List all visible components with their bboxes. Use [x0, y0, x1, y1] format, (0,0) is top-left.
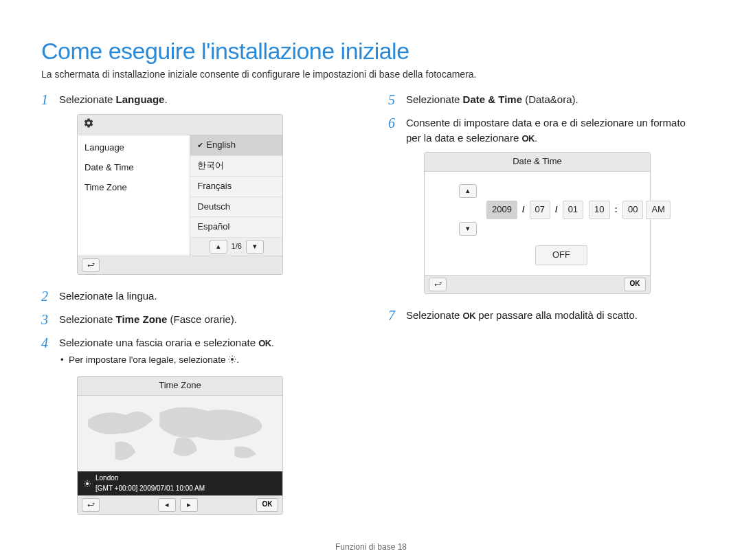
- year-cell[interactable]: 2009: [486, 201, 517, 219]
- minute-cell[interactable]: 00: [622, 201, 643, 219]
- step-2: 2 Selezionate la lingua.: [41, 289, 354, 304]
- svg-line-17: [85, 485, 86, 486]
- step-3: 3 Selezionate Time Zone (Fasce orarie).: [41, 312, 354, 327]
- step-number: 7: [388, 306, 395, 326]
- language-option-spanish[interactable]: Español: [190, 217, 282, 238]
- menu-item-timezone[interactable]: Time Zone: [78, 178, 190, 198]
- page-subtitle: La schermata di installazione iniziale c…: [41, 69, 701, 80]
- day-cell[interactable]: 01: [563, 201, 583, 219]
- ok-text: OK: [463, 311, 476, 321]
- ok-button[interactable]: OK: [256, 498, 278, 512]
- datetime-screen: Date & Time ▴ ▴: [424, 152, 651, 294]
- step-1: 1 Selezionate Language. Language D: [41, 92, 354, 275]
- language-option-label: English: [206, 139, 236, 152]
- step-number: 5: [388, 90, 395, 110]
- footer-label: Funzioni di base: [335, 542, 398, 552]
- svg-line-18: [89, 481, 90, 482]
- timezone-screen: Time Zone: [77, 376, 283, 515]
- world-map[interactable]: [78, 396, 282, 471]
- step-6: 6 Consente di impostare data e ora e di …: [388, 115, 701, 294]
- page-indicator: 1/6: [232, 241, 242, 252]
- format-off-button[interactable]: OFF: [535, 245, 587, 265]
- date-sep: /: [553, 203, 560, 216]
- language-screen: Language Date & Time Time Zone ✔ English…: [77, 114, 283, 276]
- step-bold: Time Zone: [116, 313, 168, 325]
- back-button[interactable]: ⮐: [82, 498, 100, 512]
- time-sep: :: [613, 203, 620, 216]
- svg-point-10: [86, 482, 89, 485]
- svg-point-0: [231, 358, 234, 361]
- step-text: .: [271, 337, 274, 348]
- value-up-button[interactable]: ▴: [459, 184, 477, 198]
- step-text: Selezionate: [59, 93, 116, 105]
- step-number: 1: [41, 90, 48, 110]
- step-text: Consente di impostare data e ora e di se…: [406, 117, 686, 144]
- step-text: (Fasce orarie).: [167, 313, 237, 325]
- left-column: 1 Selezionate Language. Language D: [41, 92, 354, 528]
- ok-text: OK: [521, 133, 535, 144]
- step-text: .: [164, 93, 167, 105]
- back-button[interactable]: ⮐: [82, 258, 100, 272]
- gear-icon: [83, 117, 94, 132]
- language-list: ✔ English 한국어 Français Deutsch Español ▴…: [190, 135, 282, 256]
- month-cell[interactable]: 07: [530, 201, 550, 219]
- back-button[interactable]: ⮐: [429, 278, 447, 291]
- language-option-korean[interactable]: 한국어: [190, 156, 282, 177]
- hour-cell[interactable]: 10: [589, 201, 609, 219]
- page-footer: Funzioni di base 18: [41, 528, 701, 552]
- svg-line-8: [234, 357, 235, 357]
- language-option-german[interactable]: Deutsch: [190, 197, 282, 218]
- step-number: 3: [41, 310, 48, 330]
- sub-text: Per impostare l'ora legale, selezionate: [69, 355, 228, 365]
- ok-text: OK: [258, 338, 271, 348]
- step-number: 4: [41, 333, 48, 353]
- svg-line-5: [229, 357, 230, 357]
- step-number: 2: [41, 287, 48, 306]
- tz-city: London: [95, 474, 118, 482]
- right-column: 5 Selezionate Date & Time (Data&ora). 6 …: [388, 92, 701, 528]
- step-text: (Data&ora).: [522, 93, 578, 105]
- step-bold: Date & Time: [463, 93, 522, 105]
- ok-button[interactable]: OK: [624, 278, 646, 291]
- footer-page-number: 18: [398, 542, 407, 552]
- svg-line-15: [85, 481, 86, 482]
- ampm-cell[interactable]: AM: [646, 201, 671, 219]
- step-7: 7 Selezionate OK per passare alla modali…: [388, 308, 701, 323]
- step-text: Selezionate: [406, 309, 463, 321]
- next-button[interactable]: ▸: [180, 498, 198, 512]
- step-4: 4 Selezionate una fascia oraria e selezi…: [41, 335, 354, 515]
- dst-icon[interactable]: [83, 480, 91, 488]
- language-option-english[interactable]: ✔ English: [190, 135, 282, 156]
- settings-menu: Language Date & Time Time Zone: [78, 135, 190, 256]
- prev-button[interactable]: ◂: [158, 498, 176, 512]
- step-4-sub: Per impostare l'ora legale, selezionate …: [69, 353, 354, 367]
- step-number: 6: [388, 113, 395, 133]
- step-text: .: [535, 132, 537, 144]
- menu-item-language[interactable]: Language: [78, 138, 190, 158]
- svg-line-6: [234, 361, 235, 361]
- svg-line-16: [89, 485, 90, 486]
- page-up-button[interactable]: ▴: [210, 240, 227, 254]
- screen-title: Time Zone: [83, 379, 277, 392]
- check-icon: ✔: [197, 140, 203, 151]
- step-text: Selezionate: [59, 313, 116, 325]
- page-title: Come eseguire l'installazione iniziale: [41, 38, 701, 65]
- svg-line-7: [229, 361, 230, 361]
- step-text: Selezionate una fascia oraria e selezion…: [59, 337, 258, 348]
- step-bold: Language: [116, 93, 165, 105]
- menu-item-datetime[interactable]: Date & Time: [78, 158, 190, 178]
- page-down-button[interactable]: ▾: [246, 240, 264, 254]
- value-down-button[interactable]: ▾: [459, 222, 477, 236]
- step-5: 5 Selezionate Date & Time (Data&ora).: [388, 92, 701, 107]
- language-option-french[interactable]: Français: [190, 177, 282, 197]
- tz-detail: [GMT +00:00] 2009/07/01 10:00 AM: [95, 484, 205, 492]
- step-text: Selezionate: [406, 93, 463, 105]
- step-text: per passare alla modalità di scatto.: [475, 309, 638, 321]
- date-sep: /: [520, 203, 527, 216]
- screen-title: Date & Time: [430, 155, 644, 168]
- step-text: Selezionate la lingua.: [59, 290, 157, 302]
- sun-icon: [228, 354, 236, 362]
